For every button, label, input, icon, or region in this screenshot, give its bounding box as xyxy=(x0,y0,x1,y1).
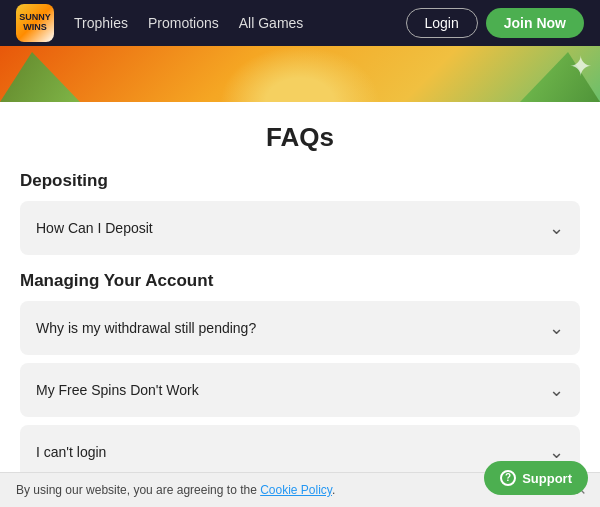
faq-item-deposit[interactable]: How Can I Deposit ⌄ xyxy=(20,201,580,255)
faq-login-text: I can't login xyxy=(36,444,106,460)
cookie-text: By using our website, you are agreeing t… xyxy=(16,483,550,497)
faq-withdrawal-text: Why is my withdrawal still pending? xyxy=(36,320,256,336)
nav-all-games[interactable]: All Games xyxy=(239,15,304,31)
hero-banner: ✦ xyxy=(0,46,600,102)
faq-free-spins-text: My Free Spins Don't Work xyxy=(36,382,199,398)
join-button[interactable]: Join Now xyxy=(486,8,584,38)
cookie-text-suffix: . xyxy=(332,483,335,497)
chevron-down-icon: ⌄ xyxy=(549,441,564,463)
leaf-left-decoration xyxy=(0,52,80,102)
chevron-down-icon: ⌄ xyxy=(549,217,564,239)
login-button[interactable]: Login xyxy=(406,8,478,38)
navbar: SUNNYWINS Trophies Promotions All Games … xyxy=(0,0,600,46)
faq-deposit-text: How Can I Deposit xyxy=(36,220,153,236)
section-depositing: Depositing How Can I Deposit ⌄ xyxy=(20,171,580,255)
logo-icon: SUNNYWINS xyxy=(16,4,54,42)
logo[interactable]: SUNNYWINS xyxy=(16,4,54,42)
faq-item-withdrawal[interactable]: Why is my withdrawal still pending? ⌄ xyxy=(20,301,580,355)
cookie-policy-link[interactable]: Cookie Policy xyxy=(260,483,332,497)
nav-promotions[interactable]: Promotions xyxy=(148,15,219,31)
section-depositing-title: Depositing xyxy=(20,171,580,191)
page-title: FAQs xyxy=(20,122,580,153)
star-decoration: ✦ xyxy=(569,50,592,83)
faq-item-free-spins[interactable]: My Free Spins Don't Work ⌄ xyxy=(20,363,580,417)
nav-links: Trophies Promotions All Games xyxy=(74,15,406,31)
chevron-down-icon: ⌄ xyxy=(549,379,564,401)
support-label: Support xyxy=(522,471,572,486)
chevron-down-icon: ⌄ xyxy=(549,317,564,339)
main-content: FAQs Depositing How Can I Deposit ⌄ Mana… xyxy=(0,102,600,507)
nav-actions: Login Join Now xyxy=(406,8,585,38)
section-managing-title: Managing Your Account xyxy=(20,271,580,291)
nav-trophies[interactable]: Trophies xyxy=(74,15,128,31)
support-button[interactable]: ? Support xyxy=(484,461,588,495)
cookie-text-prefix: By using our website, you are agreeing t… xyxy=(16,483,260,497)
support-icon: ? xyxy=(500,470,516,486)
